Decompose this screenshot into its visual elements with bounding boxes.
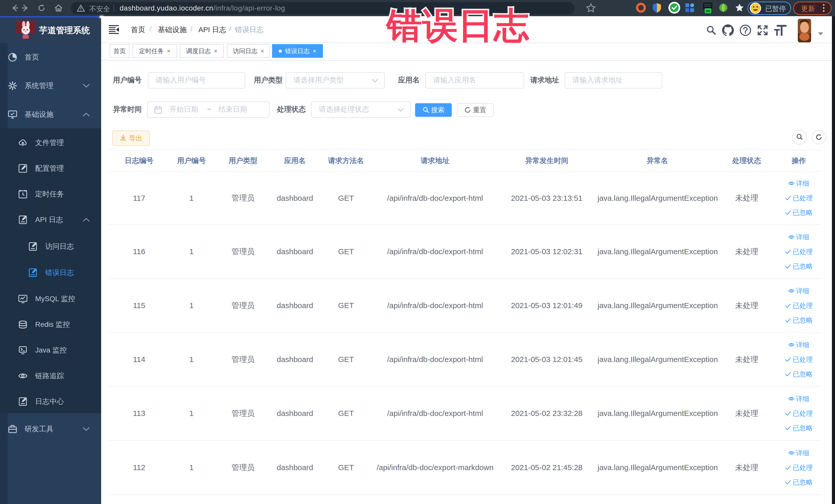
svg-text:on: on <box>706 9 710 13</box>
